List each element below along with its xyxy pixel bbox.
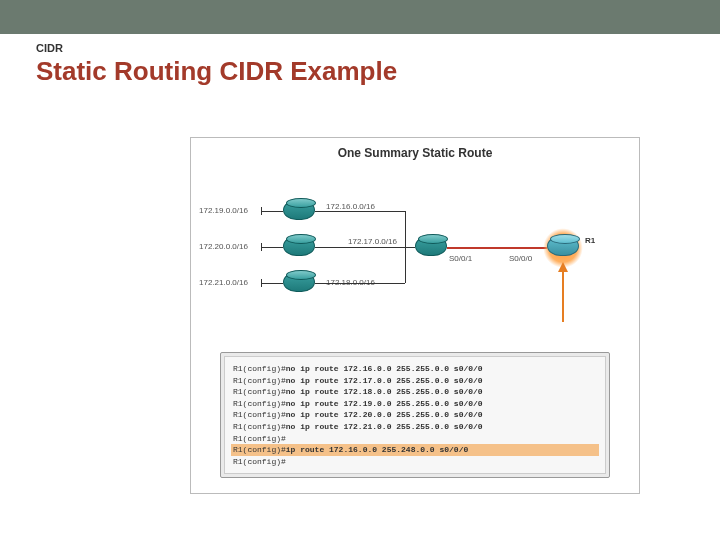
link-bot-h bbox=[315, 283, 405, 284]
cli-prompt: R1(config)# bbox=[233, 364, 286, 373]
cli-line: R1(config)#no ip route 172.18.0.0 255.25… bbox=[233, 386, 597, 398]
link-mid-h bbox=[315, 247, 415, 248]
cli-prompt: R1(config)# bbox=[233, 445, 286, 454]
cli-line: R1(config)#no ip route 172.21.0.0 255.25… bbox=[233, 421, 597, 433]
cli-box: R1(config)#no ip route 172.16.0.0 255.25… bbox=[220, 352, 610, 478]
cli-prompt: R1(config)# bbox=[233, 410, 286, 419]
link-bot-v bbox=[405, 247, 406, 283]
eyebrow-label: CIDR bbox=[36, 42, 720, 54]
net-mid-1: 172.16.0.0/16 bbox=[326, 202, 375, 211]
cli-prompt: R1(config)# bbox=[233, 387, 286, 396]
serial-left-label: S0/0/1 bbox=[449, 254, 472, 263]
stub-line-2 bbox=[261, 247, 283, 248]
r1-label: R1 bbox=[585, 236, 595, 245]
cli-cmd: no ip route 172.16.0.0 255.255.0.0 s0/0/… bbox=[286, 364, 483, 373]
cli-cmd: no ip route 172.20.0.0 255.255.0.0 s0/0/… bbox=[286, 410, 483, 419]
cli-cmd: ip route 172.16.0.0 255.248.0.0 s0/0/0 bbox=[286, 445, 468, 454]
cli-cmd: no ip route 172.17.0.0 255.255.0.0 s0/0/… bbox=[286, 376, 483, 385]
cli-cmd: no ip route 172.18.0.0 255.255.0.0 s0/0/… bbox=[286, 387, 483, 396]
cli-prompt: R1(config)# bbox=[233, 422, 286, 431]
page-title: Static Routing CIDR Example bbox=[36, 56, 720, 87]
arrow-head-icon bbox=[558, 262, 568, 272]
arrow-line bbox=[562, 272, 564, 322]
cli-prompt: R1(config)# bbox=[233, 399, 286, 408]
stub-line-1 bbox=[261, 211, 283, 212]
stub-line-3 bbox=[261, 283, 283, 284]
router-left-2 bbox=[283, 236, 315, 258]
cli-line: R1(config)#no ip route 172.19.0.0 255.25… bbox=[233, 398, 597, 410]
header: CIDR Static Routing CIDR Example bbox=[0, 34, 720, 87]
cli-prompt: R1(config)# bbox=[233, 376, 286, 385]
net-left-2: 172.20.0.0/16 bbox=[199, 242, 248, 251]
net-mid-2: 172.17.0.0/16 bbox=[348, 237, 397, 246]
top-bar bbox=[0, 0, 720, 34]
cli-line: R1(config)#no ip route 172.16.0.0 255.25… bbox=[233, 363, 597, 375]
link-top-v bbox=[405, 211, 406, 247]
network-topology: 172.19.0.0/16 172.20.0.0/16 172.21.0.0/1… bbox=[191, 162, 641, 332]
cli-line: R1(config)#no ip route 172.20.0.0 255.25… bbox=[233, 409, 597, 421]
cli-cmd: no ip route 172.19.0.0 255.255.0.0 s0/0/… bbox=[286, 399, 483, 408]
diagram-title: One Summary Static Route bbox=[191, 138, 639, 162]
cli-line: R1(config)#ip route 172.16.0.0 255.248.0… bbox=[231, 444, 599, 456]
router-left-1 bbox=[283, 200, 315, 222]
diagram-panel: One Summary Static Route 172.19.0.0/16 1… bbox=[190, 137, 640, 494]
cli-prompt: R1(config)# bbox=[233, 457, 286, 466]
cli-line: R1(config)# bbox=[233, 433, 597, 445]
cli-box-inner: R1(config)#no ip route 172.16.0.0 255.25… bbox=[224, 356, 606, 474]
cli-line: R1(config)# bbox=[233, 456, 597, 468]
router-r1 bbox=[547, 236, 579, 258]
link-top-h bbox=[315, 211, 405, 212]
router-hub bbox=[415, 236, 447, 258]
serial-link bbox=[447, 247, 547, 249]
cli-cmd: no ip route 172.21.0.0 255.255.0.0 s0/0/… bbox=[286, 422, 483, 431]
cli-prompt: R1(config)# bbox=[233, 434, 286, 443]
router-left-3 bbox=[283, 272, 315, 294]
serial-right-label: S0/0/0 bbox=[509, 254, 532, 263]
net-left-3: 172.21.0.0/16 bbox=[199, 278, 248, 287]
net-left-1: 172.19.0.0/16 bbox=[199, 206, 248, 215]
cli-line: R1(config)#no ip route 172.17.0.0 255.25… bbox=[233, 375, 597, 387]
